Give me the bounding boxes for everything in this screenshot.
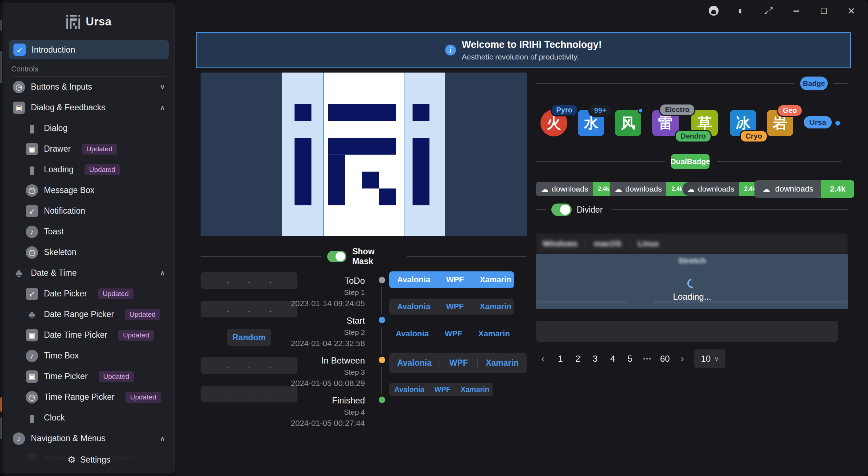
divider-demo-row: Divider	[536, 204, 848, 216]
sidebar: Ursa Introduction Controls Buttons & Inp…	[3, 3, 175, 473]
battery-icon	[26, 164, 38, 176]
sidebar-item-dialog[interactable]: Dialog	[9, 118, 169, 139]
pyro-badge: Pyro	[551, 104, 578, 116]
updated-badge: Updated	[82, 144, 117, 155]
show-mask-toggle[interactable]	[327, 251, 346, 262]
battery-icon	[26, 122, 38, 135]
prev-page-button[interactable]: ‹	[538, 353, 548, 365]
xamarin-button[interactable]: Xamarin	[456, 385, 494, 394]
loading-body: Stretch Loading...	[536, 254, 848, 309]
sidebar-item-time-box[interactable]: Time Box	[9, 345, 169, 366]
welcome-banner: i Welcome to IRIHI Technology! Aesthetic…	[196, 32, 851, 68]
sidebar-item-time-picker[interactable]: Time Picker Updated	[9, 366, 169, 387]
sidebar-item-date-picker[interactable]: Date Picker Updated	[9, 283, 169, 304]
sidebar-item-time-range-picker[interactable]: Time Range Picker Updated	[9, 387, 169, 407]
page-2-button[interactable]: 2	[572, 354, 583, 364]
tab-macos: macOS	[594, 239, 621, 249]
wpf-button[interactable]: WPF	[429, 385, 456, 394]
page-size-select[interactable]: 10 ∨	[694, 349, 725, 368]
settings-button[interactable]: Settings	[3, 447, 174, 473]
timeline-dot-inbetween	[379, 357, 385, 363]
sidebar-group-navigation-menus[interactable]: Navigation & Menus ∧	[9, 428, 169, 449]
downloads-badge: ↓downloads 2.4k	[610, 182, 688, 196]
introduction-icon	[13, 44, 26, 56]
sidebar-item-drawer[interactable]: Drawer Updated	[9, 139, 169, 159]
banner-title: Welcome to IRIHI Technology!	[462, 39, 602, 50]
badge-dendro-element: 草 Dendro	[691, 110, 718, 136]
close-button[interactable]	[846, 5, 857, 16]
page-5-button[interactable]: 5	[625, 354, 635, 364]
badge-anemo-element: 风	[615, 110, 641, 136]
theme-toggle-icon[interactable]	[735, 5, 747, 16]
button-group-solid: Avalonia WPF Xamarin	[389, 271, 514, 288]
controls-group-label: Controls	[11, 65, 166, 77]
updated-badge: Updated	[125, 309, 160, 320]
tab-strip: Windows macOS Linux	[536, 233, 848, 254]
minimize-button[interactable]	[790, 5, 802, 16]
wpf-button[interactable]: WPF	[438, 275, 472, 284]
avalonia-button[interactable]: Avalonia	[389, 358, 440, 368]
wpf-button[interactable]: WPF	[438, 302, 472, 311]
sidebar-item-skeleton[interactable]: Skeleton	[9, 242, 169, 263]
sidebar-item-notification[interactable]: Notification	[9, 201, 169, 221]
sidebar-item-date-time-picker[interactable]: Date Time Picker Updated	[9, 325, 169, 345]
divider-label: Divider	[577, 205, 603, 215]
avalonia-button[interactable]: Avalonia	[388, 329, 437, 338]
avalonia-button[interactable]: Avalonia	[389, 275, 438, 284]
cloud-download-icon: ↓	[687, 185, 695, 193]
next-page-button[interactable]: ›	[677, 353, 688, 365]
sidebar-item-toast[interactable]: Toast	[9, 221, 169, 242]
github-icon[interactable]	[708, 5, 719, 16]
wpf-button[interactable]: WPF	[440, 358, 477, 368]
timeline-line	[381, 287, 382, 314]
avalonia-button[interactable]: Avalonia	[389, 385, 429, 394]
sidebar-item-clock[interactable]: Clock	[9, 407, 169, 428]
sidebar-item-message-box[interactable]: Message Box	[9, 180, 169, 201]
xamarin-button[interactable]: Xamarin	[472, 302, 519, 311]
sidebar-item-introduction[interactable]: Introduction	[9, 40, 169, 59]
sidebar-group-buttons-inputs[interactable]: Buttons & Inputs ∨	[9, 77, 169, 97]
floppy-icon	[26, 143, 38, 155]
show-mask-row: Show Mask	[201, 250, 527, 263]
maximize-button[interactable]	[818, 5, 830, 16]
divider-toggle[interactable]	[551, 204, 572, 216]
timeline-dot-finished	[379, 397, 385, 403]
battery-icon	[26, 412, 38, 424]
cloud-download-icon: ↓	[614, 185, 622, 193]
sidebar-item-loading[interactable]: Loading Updated	[9, 159, 169, 180]
avalonia-button[interactable]: Avalonia	[389, 302, 438, 311]
sidebar-item-date-range-picker[interactable]: Date Range Picker Updated	[9, 304, 169, 325]
window-edge-scrollbar[interactable]	[0, 0, 3, 476]
xamarin-button[interactable]: Xamarin	[470, 329, 518, 338]
chevron-up-icon: ∧	[160, 269, 165, 277]
floppy-icon	[13, 102, 25, 114]
sidebar-group-dialog-feedbacks[interactable]: Dialog & Feedbacks ∧	[9, 97, 169, 118]
arrow-icon	[26, 205, 38, 217]
wpf-button[interactable]: WPF	[437, 329, 470, 338]
geo-badge: Geo	[777, 104, 803, 117]
app-logo: Ursa	[9, 3, 169, 40]
electro-badge: Electro	[659, 103, 695, 116]
xamarin-button[interactable]: Xamarin	[472, 275, 519, 284]
cryo-badge: Cryo	[740, 130, 768, 143]
empty-text-input[interactable]	[536, 321, 838, 342]
page-1-button[interactable]: 1	[555, 354, 566, 364]
clock-icon	[13, 81, 25, 93]
app-title: Ursa	[86, 15, 112, 28]
page-3-button[interactable]: 3	[590, 354, 601, 364]
music-note-icon	[26, 226, 38, 238]
fullscreen-icon[interactable]	[763, 5, 774, 16]
page-60-button[interactable]: 60	[659, 354, 670, 364]
sidebar-group-date-time[interactable]: Date & Time ∧	[9, 263, 169, 283]
dot-badge	[638, 108, 643, 114]
page-4-button[interactable]: 4	[607, 354, 618, 364]
button-group-small: Avalonia WPF Xamarin	[389, 383, 493, 396]
titlebar	[178, 0, 868, 21]
count-badge: 99+	[588, 104, 612, 117]
xamarin-button[interactable]: Xamarin	[478, 358, 527, 368]
button-group-tonal: Avalonia WPF Xamarin	[389, 299, 514, 315]
banner-subtitle: Aesthetic revolution of productivity.	[462, 53, 602, 61]
timeline-item: Finished Step 4 2024-01-05 00:27:44	[245, 395, 365, 428]
mask-demo-panel	[201, 73, 527, 236]
divider-line	[536, 83, 794, 84]
